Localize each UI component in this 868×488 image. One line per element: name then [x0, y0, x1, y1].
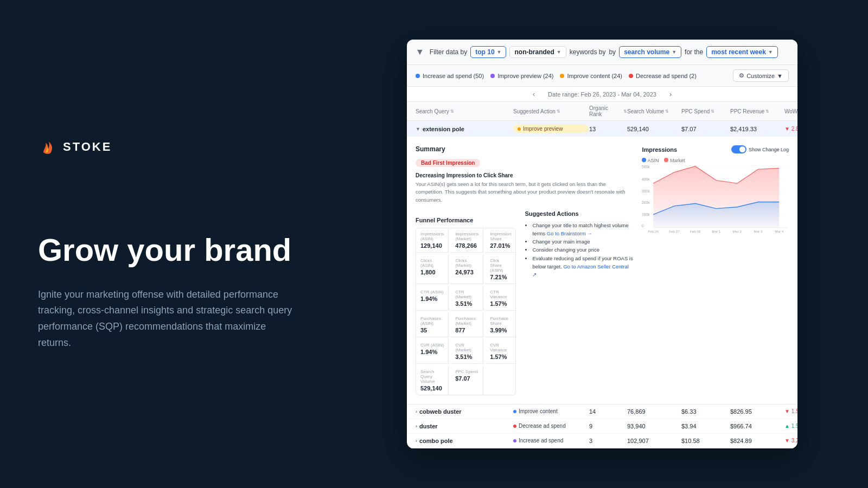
subtext: Ignite your marketing offense with detai…	[38, 287, 298, 351]
funnel-cell-11: Purchase Share3.99%	[486, 313, 515, 337]
funnel-cell-10: Purchases (Market)877	[451, 313, 483, 337]
brand-filter-dropdown[interactable]: non-branded ▼	[509, 46, 566, 58]
action-dot-combo	[513, 439, 516, 442]
prev-arrow[interactable]: ‹	[528, 90, 539, 98]
logo: STOKE	[38, 137, 298, 157]
expand-chevron[interactable]: ▼	[416, 126, 420, 132]
query-combo: › combo pole	[416, 438, 513, 444]
fc-value-11: 3.99%	[490, 327, 511, 333]
funnel-grid: Impressions (ASIN)129,140Impressions (Ma…	[416, 228, 516, 395]
fc-value-14: 1.57%	[490, 354, 511, 360]
fc-label-10: Purchases (Market)	[455, 316, 478, 326]
wow-cell-extension: ▼ 2.8%	[784, 126, 797, 132]
row-main-extension-pole[interactable]: ▼ extension pole Improve preview 13 529,…	[407, 121, 797, 137]
nav-row: ‹ Date range: Feb 26, 2023 - Mar 04, 202…	[407, 87, 797, 102]
chart-header: Impressions Show Change Log	[642, 145, 789, 153]
show-log-button[interactable]: Show Change Log	[731, 145, 789, 153]
th-wow[interactable]: WoW ⇅	[784, 105, 797, 117]
rank-cell-extension: 13	[589, 126, 627, 132]
query-cobweb: › cobweb duster	[416, 408, 513, 415]
filter-bar: ▼ Filter data by top 10 ▼ non-branded ▼ …	[407, 40, 797, 65]
fc-label-4: Clicks (Market)	[455, 258, 478, 268]
brand-filter-chevron: ▼	[557, 49, 561, 55]
th-ppc-revenue[interactable]: PPC Revenue ⇅	[730, 105, 784, 117]
top-filter-value: top 10	[475, 48, 494, 56]
wow-combo: ▼ 3.2%	[784, 438, 797, 444]
action-tag-extension: Improve preview	[513, 125, 589, 133]
show-log-label: Show Change Log	[749, 147, 789, 152]
query-text-duster: duster	[419, 423, 438, 429]
expand-cobweb[interactable]: ›	[416, 409, 417, 414]
th-rank[interactable]: Organic Rank ⇅	[589, 105, 627, 117]
summary-text: Your ASIN(s) gets seen a lot for this se…	[416, 181, 633, 204]
top-filter-dropdown[interactable]: top 10 ▼	[470, 46, 506, 58]
row-cobweb-duster[interactable]: › cobweb duster Improve content 14 76,86…	[407, 404, 797, 419]
revenue-duster: $966.74	[730, 423, 784, 429]
action-label-cobweb: Improve content	[519, 408, 558, 414]
row-combo-pole[interactable]: › combo pole Increase ad spend 3 102,907…	[407, 434, 797, 448]
customize-button[interactable]: ⚙ Customize ▼	[733, 69, 789, 82]
action-cobweb: Improve content	[513, 408, 589, 414]
expand-duster[interactable]: ›	[416, 423, 417, 429]
seller-central-link[interactable]: Go to Amazon Seller Central ↗	[532, 264, 628, 278]
funnel-wrapper: Funnel Performance Impressions (ASIN)129…	[416, 210, 516, 395]
sort-spend-icon: ⇅	[711, 109, 714, 114]
tag-label-3: Decrease ad spend (2)	[636, 73, 697, 79]
fc-label-6: CTR (ASIN)	[420, 290, 444, 294]
funnel-cell-4: Clicks (Market)24,973	[451, 255, 483, 284]
chart-legend: ASIN Market	[642, 158, 789, 163]
next-arrow[interactable]: ›	[665, 90, 676, 98]
brainstorm-link[interactable]: Go to Brainstorm →	[547, 230, 592, 236]
fc-label-15: Search Query Volume	[420, 369, 444, 384]
period-chevron: ▼	[768, 49, 773, 55]
fc-value-13: 3.51%	[455, 354, 478, 360]
search-volume-dropdown[interactable]: search volume ▼	[619, 46, 681, 58]
funnel-cell-2: Impression Share27.01%	[486, 228, 515, 253]
filter-data-label: Filter data by	[430, 48, 467, 56]
suggested-list: Change your title to match highest volum…	[525, 221, 633, 279]
th-volume[interactable]: Search Volume ⇅	[627, 105, 681, 117]
customize-label: Customize	[746, 73, 775, 79]
fc-label-12: CVR (ASIN)	[420, 343, 444, 348]
svg-text:300k: 300k	[642, 189, 650, 193]
tag-improve-content: Improve content (24)	[560, 73, 622, 79]
rank-duster: 9	[589, 423, 627, 429]
svg-text:Feb 28: Feb 28	[690, 229, 701, 233]
volume-duster: 93,940	[627, 423, 681, 429]
suggestion-1: Change your main image	[532, 237, 633, 246]
legend-asin: ASIN	[642, 158, 659, 163]
svg-text:500k: 500k	[642, 165, 650, 169]
svg-text:Mar 2: Mar 2	[733, 229, 742, 233]
fc-label-14: CVR Variance	[490, 343, 511, 352]
funnel-cell-14: CVR Variance1.57%	[486, 339, 515, 364]
keywords-label: keywords by	[570, 48, 606, 56]
period-dropdown[interactable]: most recent week ▼	[706, 46, 778, 58]
search-volume-value: search volume	[624, 48, 669, 56]
show-log-toggle[interactable]	[731, 145, 746, 153]
suggested-actions-wrapper: Suggested Actions Change your title to m…	[525, 210, 633, 395]
action-dot-extension	[518, 127, 521, 131]
logo-text: STOKE	[63, 140, 112, 154]
th-ppc-spend[interactable]: PPC Spend ⇅	[681, 105, 730, 117]
table-header: Search Query ⇅ Suggested Action ⇅ Organi…	[407, 102, 797, 121]
expand-combo[interactable]: ›	[416, 438, 417, 444]
fc-value-12: 1.94%	[420, 349, 444, 355]
fc-label-0: Impressions (ASIN)	[420, 232, 444, 241]
suggestion-3: Evaluate reducing ad spend if your ROAS …	[532, 254, 633, 279]
wow-duster: ▲ 1.5%	[784, 423, 797, 429]
query-duster: › duster	[416, 423, 513, 429]
svg-text:100k: 100k	[642, 213, 650, 216]
th-query[interactable]: Search Query ⇅	[416, 105, 513, 117]
summary-title: Summary	[416, 145, 633, 153]
th-action[interactable]: Suggested Action ⇅	[513, 105, 589, 117]
action-dot-duster	[513, 425, 516, 428]
for-label: for the	[685, 48, 703, 56]
legend-market: Market	[664, 158, 685, 163]
funnel-title: Funnel Performance	[416, 217, 516, 223]
fc-label-8: CTR Variance	[490, 290, 511, 299]
fc-value-15: 529,140	[420, 385, 444, 391]
summary-suggested-wrapper: Funnel Performance Impressions (ASIN)129…	[416, 210, 633, 395]
fc-label-13: CVR (Market)	[455, 343, 478, 352]
search-volume-chevron: ▼	[672, 49, 676, 55]
row-duster[interactable]: › duster Decrease ad spend 9 93,940 $3.9…	[407, 419, 797, 434]
